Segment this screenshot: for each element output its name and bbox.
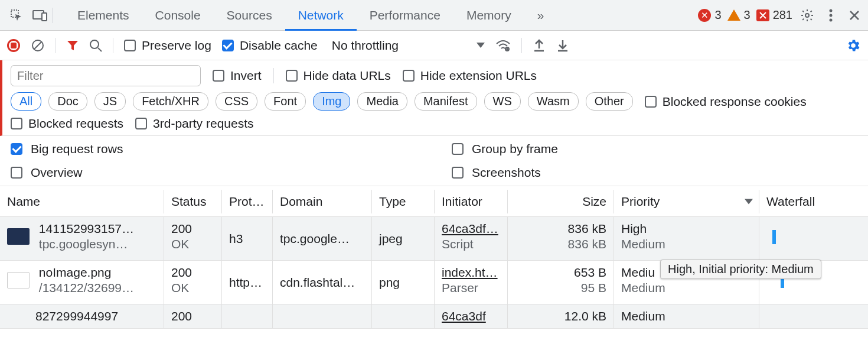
- initiator-link[interactable]: 64ca3df: [442, 309, 486, 323]
- chip-other[interactable]: Other: [586, 92, 633, 111]
- priority-tooltip: High, Initial priority: Medium: [660, 260, 821, 279]
- hide-ext-urls-option[interactable]: Hide extension URLs: [403, 69, 537, 83]
- filter-input[interactable]: [11, 65, 201, 86]
- checkbox[interactable]: [11, 167, 22, 179]
- clear-button[interactable]: [31, 38, 45, 53]
- chip-fetch[interactable]: Fetch/XHR: [133, 92, 208, 111]
- cell-priority: High Medium: [614, 217, 759, 260]
- tab-label: Elements: [77, 8, 129, 22]
- more-options-icon[interactable]: [822, 7, 840, 24]
- record-button[interactable]: [7, 39, 20, 52]
- col-status[interactable]: Status: [164, 190, 222, 213]
- checkbox[interactable]: [11, 143, 22, 155]
- divider: [521, 38, 522, 53]
- chip-all[interactable]: All: [11, 92, 41, 111]
- big-rows-option[interactable]: Big request rows: [11, 142, 416, 156]
- export-har-icon[interactable]: [533, 39, 546, 52]
- cell-type: [372, 304, 435, 328]
- initiator-link[interactable]: index.ht…: [442, 265, 500, 280]
- tab-network[interactable]: Network: [285, 0, 357, 30]
- invert-option[interactable]: Invert: [213, 69, 262, 83]
- settings-icon[interactable]: [798, 7, 816, 24]
- throttling-select[interactable]: No throttling: [328, 38, 402, 53]
- tab-sources[interactable]: Sources: [214, 0, 285, 30]
- divider: [113, 38, 113, 53]
- col-initiator[interactable]: Initiator: [435, 190, 508, 213]
- view-options: Big request rows Overview Group by frame…: [0, 136, 868, 186]
- checkbox[interactable]: [403, 70, 415, 82]
- table-row[interactable]: 141152993157… tpc.googlesyn… 200 OK h3 t…: [0, 217, 868, 261]
- more-glyph: »: [537, 8, 544, 22]
- error-icon: ✕: [698, 9, 711, 22]
- cell-protocol: http…: [222, 261, 273, 304]
- chip-media[interactable]: Media: [357, 92, 407, 111]
- checkbox[interactable]: [452, 143, 464, 155]
- screenshots-option[interactable]: Screenshots: [452, 166, 857, 180]
- divider: [56, 38, 56, 53]
- chip-font[interactable]: Font: [265, 92, 306, 111]
- chip-css[interactable]: CSS: [216, 92, 257, 111]
- checkbox[interactable]: [286, 70, 298, 82]
- warning-counter[interactable]: 3: [727, 8, 750, 22]
- checkbox[interactable]: [645, 96, 657, 108]
- error-counter[interactable]: ✕ 3: [698, 8, 721, 22]
- size-resource: 836 kB: [515, 237, 606, 251]
- chip-wasm[interactable]: Wasm: [528, 92, 579, 111]
- hide-ext-urls-label: Hide extension URLs: [420, 69, 537, 83]
- close-icon[interactable]: [846, 7, 863, 24]
- initiator-link[interactable]: 64ca3df…: [442, 222, 500, 236]
- waterfall-bar: [772, 230, 776, 244]
- messages-counter[interactable]: 281: [756, 8, 792, 22]
- tab-performance[interactable]: Performance: [357, 0, 453, 30]
- size-resource: 95 B: [515, 281, 606, 295]
- table-row[interactable]: 827299944997 200 64ca3df 12.0 kB Medium: [0, 304, 868, 329]
- tab-memory[interactable]: Memory: [453, 0, 524, 30]
- checkbox[interactable]: [213, 70, 224, 82]
- size-transfer: 836 kB: [515, 222, 606, 236]
- checkbox[interactable]: [124, 40, 136, 51]
- search-icon[interactable]: [89, 39, 102, 52]
- throttling-caret-icon[interactable]: [477, 43, 485, 48]
- chip-doc[interactable]: Doc: [48, 92, 87, 111]
- svg-point-6: [830, 18, 833, 21]
- blocked-requests-option[interactable]: Blocked requests: [11, 116, 123, 131]
- hide-data-urls-option[interactable]: Hide data URLs: [286, 69, 391, 83]
- chip-manifest[interactable]: Manifest: [415, 92, 477, 111]
- col-protocol[interactable]: Prot…: [222, 190, 273, 213]
- third-party-option[interactable]: 3rd-party requests: [135, 116, 253, 131]
- cell-name: 141152993157… tpc.googlesyn…: [0, 217, 164, 260]
- col-waterfall[interactable]: Waterfall: [759, 190, 868, 213]
- priority-initial: Medium: [621, 237, 752, 251]
- checkbox[interactable]: [11, 118, 22, 129]
- cell-waterfall: [759, 304, 868, 328]
- preserve-log-option[interactable]: Preserve log: [124, 38, 211, 53]
- network-settings-icon[interactable]: [846, 38, 861, 53]
- divider: [52, 8, 53, 23]
- tab-elements[interactable]: Elements: [64, 0, 142, 30]
- checkbox[interactable]: [135, 118, 147, 129]
- device-toolbar-icon[interactable]: [28, 4, 52, 27]
- col-domain[interactable]: Domain: [273, 190, 372, 213]
- overview-label: Overview: [31, 166, 83, 180]
- blocked-cookies-option[interactable]: Blocked response cookies: [645, 95, 807, 109]
- col-name[interactable]: Name: [0, 190, 164, 213]
- overview-option[interactable]: Overview: [11, 166, 416, 180]
- cell-type: png: [372, 261, 435, 304]
- tabs-overflow[interactable]: »: [524, 0, 557, 30]
- col-priority[interactable]: Priority: [614, 190, 759, 213]
- filter-icon[interactable]: [67, 40, 79, 51]
- inspect-element-icon[interactable]: [5, 4, 28, 27]
- chip-js[interactable]: JS: [94, 92, 126, 111]
- col-type[interactable]: Type: [372, 190, 435, 213]
- network-conditions-icon[interactable]: [495, 39, 511, 52]
- blocked-cookies-label: Blocked response cookies: [663, 95, 807, 109]
- import-har-icon[interactable]: [556, 39, 569, 52]
- col-size[interactable]: Size: [508, 190, 614, 213]
- tab-console[interactable]: Console: [142, 0, 214, 30]
- chip-img[interactable]: Img: [313, 92, 350, 111]
- chip-ws[interactable]: WS: [484, 92, 521, 111]
- checkbox[interactable]: [452, 167, 464, 179]
- disable-cache-option[interactable]: Disable cache: [222, 38, 318, 53]
- checkbox[interactable]: [222, 40, 234, 51]
- group-by-frame-option[interactable]: Group by frame: [452, 142, 857, 156]
